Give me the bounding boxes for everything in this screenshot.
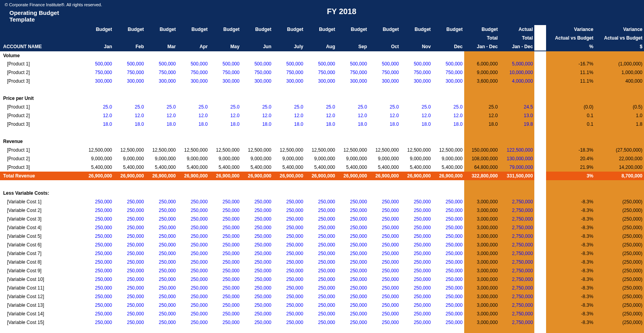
cell[interactable]: 18.0 bbox=[305, 120, 336, 128]
budget-total-cell[interactable]: 3,000,000 bbox=[464, 197, 499, 206]
cell[interactable]: 250,000 bbox=[145, 223, 177, 232]
cell[interactable]: 5,400,000 bbox=[305, 163, 336, 172]
cell[interactable]: 250,000 bbox=[177, 284, 209, 292]
cell[interactable]: 250,000 bbox=[209, 232, 241, 241]
cell[interactable]: 250,000 bbox=[114, 275, 145, 284]
cell[interactable]: 12.0 bbox=[400, 111, 432, 120]
cell[interactable]: 12.0 bbox=[337, 111, 369, 120]
cell[interactable]: 250,000 bbox=[305, 241, 336, 249]
cell[interactable]: 250,000 bbox=[114, 284, 145, 292]
actual-total-cell[interactable]: 13.0 bbox=[499, 111, 535, 120]
actual-total-cell[interactable]: 24.5 bbox=[499, 103, 535, 111]
budget-total-cell[interactable]: 3,600,000 bbox=[464, 77, 499, 85]
cell[interactable]: 250,000 bbox=[305, 284, 336, 292]
cell[interactable]: 750,000 bbox=[241, 68, 273, 77]
cell[interactable]: 250,000 bbox=[82, 223, 114, 232]
cell[interactable]: 250,000 bbox=[145, 232, 177, 241]
cell[interactable]: 500,000 bbox=[145, 60, 177, 68]
cell[interactable]: 9,000,000 bbox=[209, 154, 241, 163]
cell[interactable]: 250,000 bbox=[369, 197, 400, 206]
cell[interactable]: 250,000 bbox=[432, 258, 464, 266]
cell[interactable]: 12,500,000 bbox=[241, 146, 273, 154]
cell[interactable]: 5,400,000 bbox=[209, 163, 241, 172]
cell[interactable]: 250,000 bbox=[432, 197, 464, 206]
cell[interactable]: 250,000 bbox=[145, 241, 177, 249]
actual-total-cell[interactable]: 5,000,000 bbox=[499, 60, 535, 68]
cell[interactable]: 12,500,000 bbox=[305, 146, 336, 154]
cell[interactable]: 9,000,000 bbox=[273, 154, 305, 163]
cell[interactable]: 250,000 bbox=[114, 301, 145, 309]
cell[interactable]: 250,000 bbox=[114, 206, 145, 215]
cell[interactable]: 250,000 bbox=[82, 318, 114, 327]
variance-pct-cell[interactable]: -8.3% bbox=[546, 284, 595, 292]
cell[interactable]: 250,000 bbox=[145, 301, 177, 309]
cell[interactable]: 300,000 bbox=[369, 77, 400, 85]
cell[interactable]: 250,000 bbox=[305, 197, 336, 206]
budget-total-cell[interactable]: 3,000,000 bbox=[464, 318, 499, 327]
cell[interactable]: 26,900,000 bbox=[273, 172, 305, 180]
cell[interactable]: 750,000 bbox=[337, 68, 369, 77]
cell[interactable]: 250,000 bbox=[432, 266, 464, 275]
cell[interactable]: 250,000 bbox=[241, 232, 273, 241]
cell[interactable]: 250,000 bbox=[305, 266, 336, 275]
cell[interactable]: 250,000 bbox=[273, 309, 305, 318]
cell[interactable]: 9,000,000 bbox=[82, 154, 114, 163]
variance-pct-cell[interactable]: -8.3% bbox=[546, 241, 595, 249]
cell[interactable]: 250,000 bbox=[369, 292, 400, 301]
cell[interactable]: 250,000 bbox=[305, 275, 336, 284]
cell[interactable]: 250,000 bbox=[145, 197, 177, 206]
budget-total-cell[interactable]: 3,000,000 bbox=[464, 275, 499, 284]
variance-pct-cell[interactable]: -8.3% bbox=[546, 215, 595, 223]
cell[interactable]: 250,000 bbox=[273, 284, 305, 292]
cell[interactable]: 5,400,000 bbox=[432, 163, 464, 172]
cell[interactable]: 250,000 bbox=[369, 284, 400, 292]
budget-total-cell[interactable]: 3,000,000 bbox=[464, 241, 499, 249]
cell[interactable]: 250,000 bbox=[400, 258, 432, 266]
cell[interactable]: 5,400,000 bbox=[273, 163, 305, 172]
cell[interactable]: 250,000 bbox=[209, 292, 241, 301]
cell[interactable]: 250,000 bbox=[177, 301, 209, 309]
budget-total-cell[interactable]: 3,000,000 bbox=[464, 284, 499, 292]
cell[interactable]: 250,000 bbox=[400, 197, 432, 206]
cell[interactable]: 250,000 bbox=[177, 318, 209, 327]
actual-total-cell[interactable]: 2,750,000 bbox=[499, 318, 535, 327]
variance-amt-cell[interactable]: (250,000) bbox=[595, 309, 644, 318]
cell[interactable]: 250,000 bbox=[241, 258, 273, 266]
cell[interactable]: 250,000 bbox=[305, 206, 336, 215]
cell[interactable]: 18.0 bbox=[273, 120, 305, 128]
cell[interactable]: 300,000 bbox=[241, 77, 273, 85]
cell[interactable]: 250,000 bbox=[369, 223, 400, 232]
cell[interactable]: 250,000 bbox=[241, 249, 273, 258]
cell[interactable]: 250,000 bbox=[209, 223, 241, 232]
cell[interactable]: 250,000 bbox=[432, 232, 464, 241]
cell[interactable]: 250,000 bbox=[177, 197, 209, 206]
cell[interactable]: 750,000 bbox=[273, 68, 305, 77]
cell[interactable]: 5,400,000 bbox=[369, 163, 400, 172]
cell[interactable]: 250,000 bbox=[400, 223, 432, 232]
cell[interactable]: 250,000 bbox=[145, 275, 177, 284]
cell[interactable]: 12,500,000 bbox=[177, 146, 209, 154]
cell[interactable]: 250,000 bbox=[273, 301, 305, 309]
cell[interactable]: 25.0 bbox=[337, 103, 369, 111]
cell[interactable]: 12,500,000 bbox=[273, 146, 305, 154]
cell[interactable]: 12,500,000 bbox=[82, 146, 114, 154]
cell[interactable]: 12.0 bbox=[82, 111, 114, 120]
actual-total-cell[interactable]: 2,750,000 bbox=[499, 275, 535, 284]
cell[interactable]: 250,000 bbox=[145, 215, 177, 223]
cell[interactable]: 250,000 bbox=[177, 241, 209, 249]
cell[interactable]: 250,000 bbox=[273, 292, 305, 301]
cell[interactable]: 250,000 bbox=[337, 249, 369, 258]
budget-total-cell[interactable]: 3,000,000 bbox=[464, 232, 499, 241]
variance-pct-cell[interactable]: -8.3% bbox=[546, 318, 595, 327]
budget-total-cell[interactable]: 18.0 bbox=[464, 120, 499, 128]
cell[interactable]: 750,000 bbox=[305, 68, 336, 77]
actual-total-cell[interactable]: 2,750,000 bbox=[499, 197, 535, 206]
cell[interactable]: 250,000 bbox=[305, 309, 336, 318]
cell[interactable]: 250,000 bbox=[177, 232, 209, 241]
cell[interactable]: 250,000 bbox=[82, 249, 114, 258]
cell[interactable]: 26,900,000 bbox=[177, 172, 209, 180]
variance-amt-cell[interactable]: (1,000,000) bbox=[595, 60, 644, 68]
cell[interactable]: 18.0 bbox=[82, 120, 114, 128]
cell[interactable]: 300,000 bbox=[432, 77, 464, 85]
cell[interactable]: 250,000 bbox=[82, 197, 114, 206]
